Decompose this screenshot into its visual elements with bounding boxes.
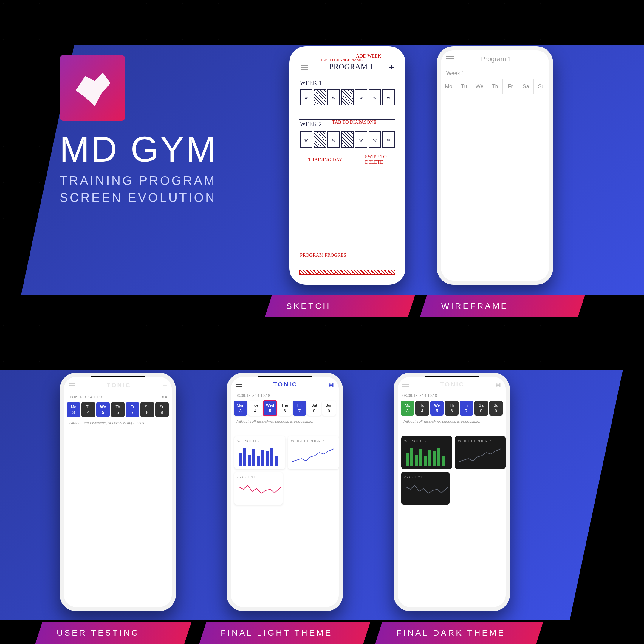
day-tue[interactable]: Tue4 [248,401,262,416]
sketch-week2: WEEK 2 [300,121,322,128]
sketch-screen: PROGRAM 1 + ADD WEEK TAP TO CHANGE NAME … [293,50,401,281]
title-text: MD GYM [60,131,217,167]
day-sa[interactable]: Sa8 [474,401,488,416]
day-fri[interactable]: Fri7 [293,401,306,416]
date-range: 03.09.18 > 14.10.18 [69,395,103,399]
page-title: MD GYM TRAINING PROGRAMSCREEN EVOLUTION [60,131,217,206]
card-workouts[interactable]: WORKOUTS [234,436,285,469]
day-th[interactable]: Th6 [111,402,124,417]
hamburger-icon[interactable] [446,56,454,62]
day-we[interactable]: We5 [96,402,110,417]
day-tu[interactable]: Tu4 [81,402,95,417]
svg-rect-11 [415,455,418,466]
note-trainingday: TRAINING DAY [308,157,343,162]
app-title: TONIC [107,382,131,389]
tag-sketch: SKETCH [265,295,415,317]
note-progress: PROGRAM PROGRES [300,253,346,258]
sketch-title: PROGRAM 1 [329,62,373,71]
card-weight[interactable]: WEIGHT PROGRES [288,436,339,469]
day-th[interactable]: Th6 [445,401,458,416]
dark-screen: TONIC▦ 03.09.18 > 14.10.18 Mo3 Tu4 We5 T… [398,377,506,607]
day-fr[interactable]: Fr7 [460,401,473,416]
day-mo[interactable]: Mo3 [401,401,414,416]
day-fr[interactable]: Fr7 [126,402,139,417]
tag-dark: FINAL DARK THEME [375,622,543,644]
note-tapname: TAP TO CHANGE NAME [320,58,363,62]
date-range: 03.09.18 > 14.10.18 [236,393,270,398]
svg-rect-13 [424,456,427,466]
quote: Without self-discipline, success is impo… [231,416,339,427]
day-tu[interactable]: Tu4 [415,401,429,416]
day-wed[interactable]: Wed5 [263,401,277,416]
tag-light: FINAL LIGHT THEME [199,622,370,644]
wireframe-title: Program 1 [481,55,512,63]
svg-rect-8 [275,456,278,466]
day-we[interactable]: We [472,79,487,94]
hamburger-icon[interactable] [236,383,242,387]
app-title: TONIC [440,381,465,388]
card-avg[interactable]: AVG. TIME [234,472,283,505]
day-tu[interactable]: Tu [456,79,472,94]
svg-rect-9 [406,453,409,466]
phone-sketch: PROGRAM 1 + ADD WEEK TAP TO CHANGE NAME … [289,46,405,285]
hamburger-icon[interactable] [69,383,75,387]
quote: Without self-discipline, success is impo… [64,417,172,429]
svg-rect-16 [437,448,440,466]
subtitle-line2: SCREEN EVOLUTION [60,191,216,205]
day-fr[interactable]: Fr [503,79,518,94]
day-mo[interactable]: Mo3 [67,402,80,417]
svg-rect-0 [239,453,242,466]
day-th[interactable]: Th [487,79,503,94]
phone-light: TONIC▦ 03.09.18 > 14.10.18 Mon3 Tue4 Wed… [227,373,343,611]
svg-rect-17 [442,456,445,466]
calendar-icon[interactable]: ▦ [496,381,501,388]
day-sat[interactable]: Sat8 [307,401,321,416]
sketch-week1: WEEK 1 [300,80,322,86]
svg-rect-4 [257,456,260,466]
svg-rect-15 [433,451,436,466]
day-su[interactable]: Su [534,79,549,94]
card-workouts[interactable]: WORKOUTS [401,436,452,469]
date-range: 03.09.18 > 14.10.18 [403,393,437,398]
day-mo[interactable]: Mo [441,79,456,94]
day-su[interactable]: Su9 [155,402,169,417]
hamburger-icon[interactable] [301,65,308,70]
phone-wireframe: Program 1 + Week 1 Mo Tu We Th Fr Sa Su [437,46,553,285]
week-count: 4 [165,395,167,399]
add-icon[interactable]: + [389,62,394,72]
svg-rect-6 [266,451,269,466]
quote: Without self-discipline, success is impo… [398,416,506,427]
svg-rect-14 [428,450,431,466]
day-su[interactable]: Su9 [489,401,503,416]
card-weight[interactable]: WEIGHT PROGRES [455,436,506,469]
svg-rect-5 [261,450,264,466]
svg-rect-1 [243,448,246,466]
hamburger-icon[interactable] [403,383,409,387]
day-sa[interactable]: Sa [518,79,534,94]
note-diapasone: TAB TO DIAPASONE [332,120,377,125]
testing-screen: TONIC+ 03.09.18 > 14.10.18≡ 4 Mo3 Tu4 We… [64,377,172,607]
add-icon[interactable]: + [163,381,167,389]
phone-testing: TONIC+ 03.09.18 > 14.10.18≡ 4 Mo3 Tu4 We… [60,373,176,611]
app-icon [60,55,125,121]
app-title: TONIC [273,381,298,388]
note-swipe: SWIPE TO DELETE [365,154,401,165]
day-sun[interactable]: Sun9 [322,401,336,416]
wireframe-days: Mo Tu We Th Fr Sa Su [441,79,549,94]
phone-dark: TONIC▦ 03.09.18 > 14.10.18 Mo3 Tu4 We5 T… [394,373,510,611]
tag-testing: USER TESTING [35,622,191,644]
tag-wireframe: WIREFRAME [420,295,585,317]
day-sa[interactable]: Sa8 [140,402,154,417]
svg-rect-12 [419,449,422,466]
wireframe-screen: Program 1 + Week 1 Mo Tu We Th Fr Sa Su [441,50,549,281]
calendar-icon[interactable]: ▦ [329,381,334,388]
day-thu[interactable]: Thu6 [278,401,291,416]
day-mon[interactable]: Mon3 [234,401,247,416]
add-icon[interactable]: + [538,55,544,64]
svg-rect-10 [410,448,413,466]
light-screen: TONIC▦ 03.09.18 > 14.10.18 Mon3 Tue4 Wed… [231,377,339,607]
wireframe-week: Week 1 [441,68,549,79]
svg-rect-2 [248,455,251,466]
card-avg[interactable]: AVG. TIME [401,472,450,505]
day-we[interactable]: We5 [430,401,444,416]
